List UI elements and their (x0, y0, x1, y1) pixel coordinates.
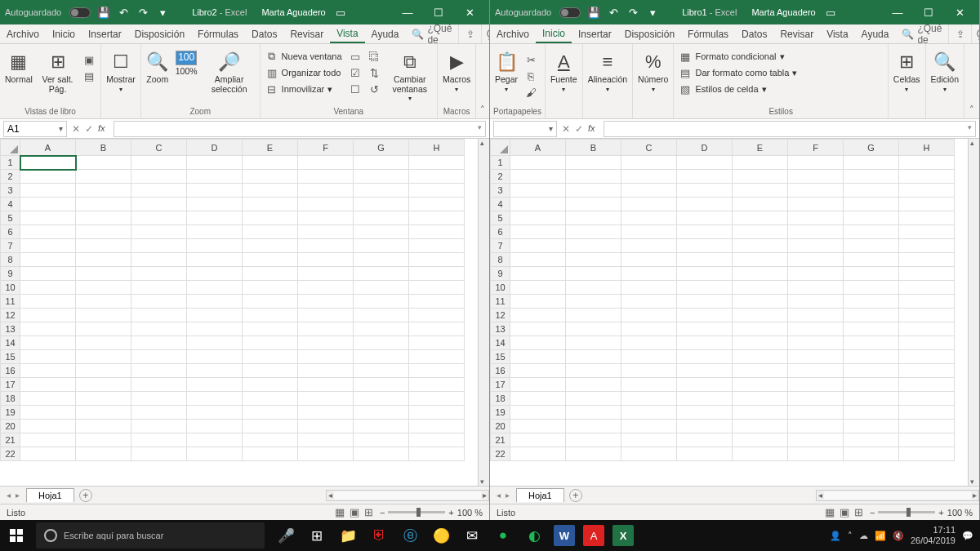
row-header[interactable]: 14 (491, 336, 510, 350)
cell[interactable] (621, 433, 677, 447)
font-button[interactable]: AFuente▾ (549, 49, 579, 95)
cell[interactable] (20, 267, 76, 281)
editing-button[interactable]: 🔍Edición▾ (929, 49, 960, 95)
cell[interactable] (621, 156, 677, 170)
cell[interactable] (844, 364, 899, 378)
comments-icon[interactable]: 💬 (481, 24, 490, 43)
zoom-control[interactable]: −+ 100 % (870, 508, 973, 518)
cell[interactable] (298, 281, 354, 295)
cell[interactable] (566, 309, 621, 322)
cell[interactable] (510, 170, 566, 184)
cell[interactable] (621, 211, 677, 225)
row-header[interactable]: 8 (491, 253, 510, 267)
column-header[interactable]: E (733, 140, 788, 156)
cell[interactable] (76, 406, 131, 420)
cells-button[interactable]: ⊞Celdas▾ (892, 49, 922, 95)
cell[interactable] (621, 309, 677, 322)
save-icon[interactable]: 💾 (587, 6, 600, 19)
cell[interactable] (131, 253, 187, 267)
zoom-selection-button[interactable]: 🔎Ampliar selección (203, 49, 256, 96)
row-header[interactable]: 7 (1, 239, 20, 253)
cell[interactable] (733, 156, 788, 170)
collapse-ribbon-button[interactable]: ˄ (964, 44, 979, 118)
cell[interactable] (788, 239, 844, 253)
cell[interactable] (899, 322, 955, 336)
cell[interactable] (677, 295, 733, 309)
cell[interactable] (354, 184, 409, 198)
cell[interactable] (187, 198, 243, 211)
cell[interactable] (20, 336, 76, 350)
cell[interactable] (566, 225, 621, 239)
cell[interactable] (354, 350, 409, 364)
tab-formulas[interactable]: Fórmulas (681, 24, 735, 43)
arrange-all-button[interactable]: ▥Organizar todo (264, 65, 344, 80)
cell[interactable] (510, 350, 566, 364)
cell[interactable] (621, 322, 677, 336)
wifi-icon[interactable]: 📶 (875, 531, 886, 541)
cell[interactable] (733, 322, 788, 336)
row-header[interactable]: 6 (491, 225, 510, 239)
row-header[interactable]: 5 (491, 211, 510, 225)
cell[interactable] (677, 406, 733, 420)
notifications-icon[interactable]: 💬 (962, 531, 973, 541)
cell[interactable] (76, 198, 131, 211)
cell[interactable] (354, 253, 409, 267)
mic-icon[interactable]: 🎤 (271, 520, 301, 551)
cell[interactable] (187, 253, 243, 267)
cell[interactable] (788, 350, 844, 364)
cell[interactable] (566, 378, 621, 392)
cell[interactable] (187, 295, 243, 309)
cell[interactable] (298, 184, 354, 198)
cell[interactable] (131, 184, 187, 198)
cell[interactable] (677, 447, 733, 461)
cell[interactable] (131, 364, 187, 378)
tab-ayuda[interactable]: Ayuda (855, 24, 896, 43)
maximize-button[interactable]: ☐ (914, 1, 943, 24)
column-header[interactable]: A (20, 140, 76, 156)
cell[interactable] (844, 267, 899, 281)
normal-view-button[interactable]: ▦Normal (3, 49, 34, 87)
cell[interactable] (677, 239, 733, 253)
cell[interactable] (788, 253, 844, 267)
cell[interactable] (788, 156, 844, 170)
cell[interactable] (621, 170, 677, 184)
cell[interactable] (298, 392, 354, 406)
undo-icon[interactable]: ↶ (117, 6, 130, 19)
cell[interactable] (409, 322, 465, 336)
cell[interactable] (677, 170, 733, 184)
cell[interactable] (677, 350, 733, 364)
column-header[interactable]: F (788, 140, 844, 156)
tab-inicio[interactable]: Inicio (46, 24, 82, 43)
cell[interactable] (243, 198, 298, 211)
cell[interactable] (510, 211, 566, 225)
cell[interactable] (621, 281, 677, 295)
row-header[interactable]: 9 (491, 267, 510, 281)
sheet-nav-next[interactable]: ▸ (16, 491, 20, 500)
cell[interactable] (20, 295, 76, 309)
cell[interactable] (243, 156, 298, 170)
cell[interactable] (844, 420, 899, 433)
cell[interactable] (510, 295, 566, 309)
cell[interactable] (131, 392, 187, 406)
people-icon[interactable]: 👤 (830, 531, 841, 541)
cell[interactable] (677, 253, 733, 267)
word-icon[interactable]: W (554, 525, 575, 546)
cell[interactable] (899, 295, 955, 309)
cell[interactable] (899, 253, 955, 267)
cell[interactable] (899, 406, 955, 420)
cell[interactable] (844, 433, 899, 447)
cell[interactable] (298, 447, 354, 461)
acrobat-icon[interactable]: A (583, 525, 604, 546)
cell[interactable] (76, 447, 131, 461)
horizontal-scrollbar[interactable]: ◂▸ (816, 490, 979, 501)
cell[interactable] (409, 433, 465, 447)
row-header[interactable]: 5 (1, 211, 20, 225)
cell[interactable] (409, 253, 465, 267)
row-header[interactable]: 20 (1, 420, 20, 433)
cell[interactable] (677, 156, 733, 170)
undo-icon[interactable]: ↶ (607, 6, 620, 19)
cell[interactable] (409, 336, 465, 350)
cell[interactable] (510, 336, 566, 350)
fx-icon[interactable]: fx (588, 123, 595, 135)
cell[interactable] (298, 378, 354, 392)
